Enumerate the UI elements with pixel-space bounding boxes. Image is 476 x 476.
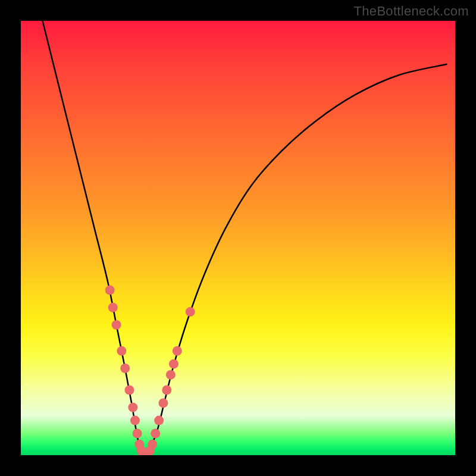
data-marker	[112, 320, 121, 330]
data-marker	[158, 398, 168, 408]
data-marker	[169, 359, 178, 369]
bottleneck-curve	[21, 21, 455, 455]
data-marker	[154, 416, 164, 425]
data-marker	[130, 416, 140, 425]
data-marker	[105, 286, 115, 295]
data-marker	[151, 429, 160, 439]
plot-area	[21, 21, 455, 455]
data-marker	[128, 403, 137, 412]
data-marker	[186, 307, 195, 317]
data-marker	[108, 303, 118, 312]
chart-frame: TheBottleneck.com	[0, 0, 476, 476]
watermark-text: TheBottleneck.com	[354, 4, 469, 19]
data-marker	[117, 346, 126, 356]
data-marker	[120, 364, 130, 373]
data-marker	[148, 440, 157, 449]
data-marker	[162, 386, 171, 395]
data-marker	[133, 429, 142, 439]
data-marker	[125, 386, 134, 395]
data-marker	[166, 370, 176, 380]
data-marker	[173, 346, 182, 356]
